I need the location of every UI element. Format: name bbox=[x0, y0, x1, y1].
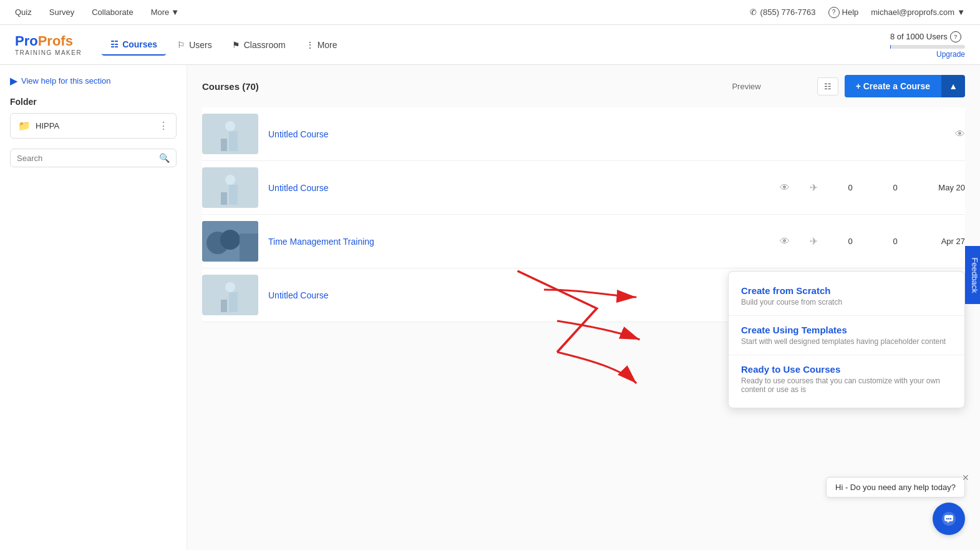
user-menu[interactable]: michael@proprofs.com ▼ bbox=[871, 7, 965, 17]
main-navigation: ProProfs Training Maker ☷ Courses ⚐ User… bbox=[0, 25, 980, 65]
svg-rect-11 bbox=[229, 292, 238, 312]
course-name[interactable]: Untitled Course bbox=[268, 290, 780, 300]
top-nav-links: Quiz Survey Collaborate More ▼ bbox=[15, 7, 179, 17]
usage-help-icon: ? bbox=[950, 31, 961, 42]
svg-point-15 bbox=[946, 518, 948, 519]
dropdown-templates-desc: Start with well designed templates havin… bbox=[741, 337, 952, 346]
search-box[interactable]: 🔍 bbox=[10, 149, 177, 167]
users-nav-icon: ⚐ bbox=[177, 40, 185, 50]
preview-column-label: Preview bbox=[732, 82, 760, 91]
table-row: Untitled Course 👁 bbox=[202, 107, 965, 161]
dropdown-scratch-title: Create from Scratch bbox=[741, 285, 952, 296]
course-stat-1: 0 bbox=[838, 237, 863, 246]
course-send-icon[interactable]: ✈ bbox=[810, 235, 818, 247]
phone-icon: ✆ bbox=[750, 7, 757, 17]
dropdown-scratch-desc: Build your course from scratch bbox=[741, 298, 952, 307]
more-dots-icon: ⋮ bbox=[306, 40, 314, 50]
user-chevron-icon: ▼ bbox=[957, 7, 965, 17]
feedback-tab[interactable]: Feedback bbox=[965, 246, 980, 304]
nav-more[interactable]: ⋮ More bbox=[297, 35, 346, 55]
svg-point-17 bbox=[950, 518, 951, 519]
course-thumbnail bbox=[202, 167, 258, 208]
course-row-actions: 👁 bbox=[955, 129, 965, 140]
usage-bar bbox=[890, 45, 965, 49]
course-row-actions: 👁 ✈ 0 0 Apr 27 bbox=[780, 235, 965, 247]
more-link[interactable]: More ▼ bbox=[151, 7, 180, 17]
courses-header: Courses (70) Preview ☷ + Create a Course… bbox=[202, 75, 965, 97]
usage-text: 8 of 1000 Users ? bbox=[890, 31, 965, 42]
sidebar: ▶ View help for this section Folder 📁 HI… bbox=[0, 65, 187, 550]
header-actions: Preview ☷ + Create a Course ▲ bbox=[732, 75, 965, 97]
dropdown-item-ready[interactable]: Ready to Use Courses Ready to use course… bbox=[729, 355, 964, 403]
grid-view-button[interactable]: ☷ bbox=[817, 77, 838, 96]
dropdown-ready-title: Ready to Use Courses bbox=[741, 364, 952, 375]
logo-profs: Profs bbox=[38, 33, 73, 49]
classroom-nav-icon: ⚑ bbox=[232, 40, 240, 50]
course-date: May 20 bbox=[928, 183, 965, 192]
survey-link[interactable]: Survey bbox=[49, 7, 74, 17]
svg-point-12 bbox=[225, 282, 235, 292]
courses-title: Courses (70) bbox=[202, 81, 259, 92]
course-name[interactable]: Untitled Course bbox=[268, 183, 780, 193]
courses-nav-icon: ☷ bbox=[110, 39, 119, 49]
folder-item[interactable]: 📁 HIPPA ⋮ bbox=[10, 113, 177, 139]
course-name[interactable]: Untitled Course bbox=[268, 129, 955, 139]
folder-label: Folder bbox=[10, 97, 177, 107]
course-date: Apr 27 bbox=[928, 237, 965, 246]
course-stat-1: 0 bbox=[838, 183, 863, 192]
course-send-icon[interactable]: ✈ bbox=[810, 182, 818, 194]
course-stat-2: 0 bbox=[883, 237, 908, 246]
course-preview-icon[interactable]: 👁 bbox=[955, 129, 965, 140]
svg-rect-3 bbox=[221, 192, 227, 205]
top-nav-right: ✆ (855) 776-7763 ? Help michael@proprofs… bbox=[750, 7, 965, 18]
course-row-actions: 👁 ✈ 0 0 May 20 bbox=[780, 182, 965, 194]
help-link[interactable]: ? Help bbox=[828, 7, 859, 18]
collaborate-link[interactable]: Collaborate bbox=[92, 7, 133, 17]
nav-users[interactable]: ⚐ Users bbox=[168, 35, 221, 55]
nav-classroom[interactable]: ⚑ Classroom bbox=[223, 35, 294, 55]
logo-pro: Pro bbox=[15, 33, 38, 49]
course-preview-icon[interactable]: 👁 bbox=[780, 182, 790, 194]
folder-item-left: 📁 HIPPA bbox=[18, 120, 59, 132]
more-chevron-icon: ▼ bbox=[171, 7, 179, 17]
usage-box: 8 of 1000 Users ? Upgrade bbox=[890, 31, 965, 59]
chat-close-button[interactable]: ✕ bbox=[962, 473, 969, 483]
svg-point-2 bbox=[225, 121, 235, 131]
search-input[interactable] bbox=[17, 154, 159, 163]
create-course-dropdown-button[interactable]: ▲ bbox=[941, 75, 965, 97]
svg-point-5 bbox=[225, 175, 235, 185]
create-chevron-up-icon: ▲ bbox=[949, 81, 958, 91]
svg-point-16 bbox=[948, 518, 949, 519]
course-preview-icon[interactable]: 👁 bbox=[780, 236, 790, 247]
logo-subtitle: Training Maker bbox=[15, 49, 82, 56]
create-course-dropdown: Create from Scratch Build your course fr… bbox=[728, 271, 965, 408]
svg-rect-10 bbox=[221, 300, 227, 312]
chat-bubble: Hi - Do you need any help today? ✕ bbox=[933, 503, 965, 535]
dropdown-item-templates[interactable]: Create Using Templates Start with well d… bbox=[729, 316, 964, 355]
create-course-button-group: + Create a Course ▲ bbox=[845, 75, 965, 97]
course-name[interactable]: Time Management Training bbox=[268, 237, 780, 247]
chat-open-button[interactable] bbox=[933, 503, 965, 535]
dropdown-item-scratch[interactable]: Create from Scratch Build your course fr… bbox=[729, 277, 964, 316]
logo: ProProfs Training Maker bbox=[15, 33, 82, 56]
nav-right: 8 of 1000 Users ? Upgrade bbox=[890, 31, 965, 59]
course-thumbnail bbox=[202, 221, 258, 262]
help-play-icon: ▶ bbox=[10, 75, 17, 87]
svg-rect-1 bbox=[229, 131, 238, 151]
nav-courses[interactable]: ☷ Courses bbox=[102, 34, 166, 56]
course-thumbnail bbox=[202, 114, 258, 154]
quiz-link[interactable]: Quiz bbox=[15, 7, 32, 17]
help-section[interactable]: ▶ View help for this section bbox=[10, 75, 177, 87]
search-icon: 🔍 bbox=[159, 153, 170, 163]
course-stat-2: 0 bbox=[883, 183, 908, 192]
dropdown-ready-desc: Ready to use courses that you can custom… bbox=[741, 376, 952, 394]
chat-tooltip: Hi - Do you need any help today? ✕ bbox=[826, 477, 965, 498]
nav-links: ☷ Courses ⚐ Users ⚑ Classroom ⋮ More bbox=[102, 34, 890, 56]
folder-options-icon[interactable]: ⋮ bbox=[158, 120, 168, 132]
svg-rect-0 bbox=[221, 139, 227, 151]
folder-name: HIPPA bbox=[36, 121, 59, 130]
table-row: Untitled Course 👁 ✈ 0 0 May 20 bbox=[202, 161, 965, 215]
svg-point-8 bbox=[220, 230, 240, 250]
create-course-button[interactable]: + Create a Course bbox=[845, 75, 941, 97]
upgrade-link[interactable]: Upgrade bbox=[936, 50, 965, 59]
